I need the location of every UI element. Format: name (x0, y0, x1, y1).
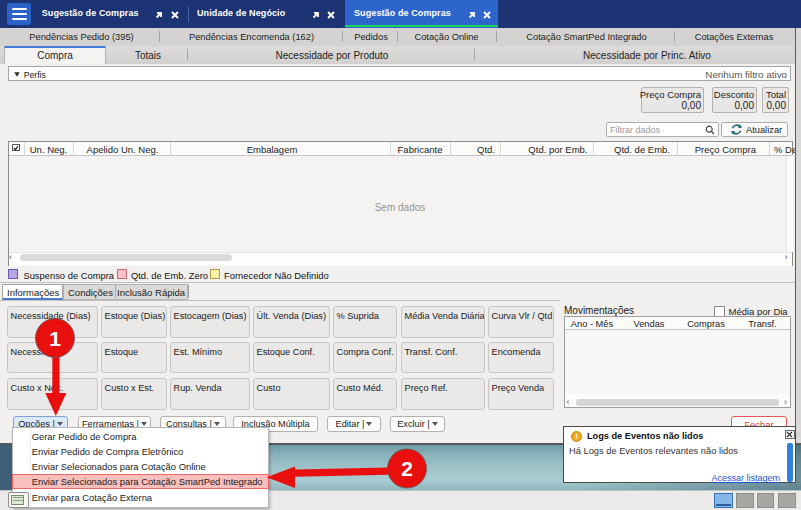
svg-text:1: 1 (49, 327, 61, 350)
svg-text:2: 2 (401, 457, 413, 480)
